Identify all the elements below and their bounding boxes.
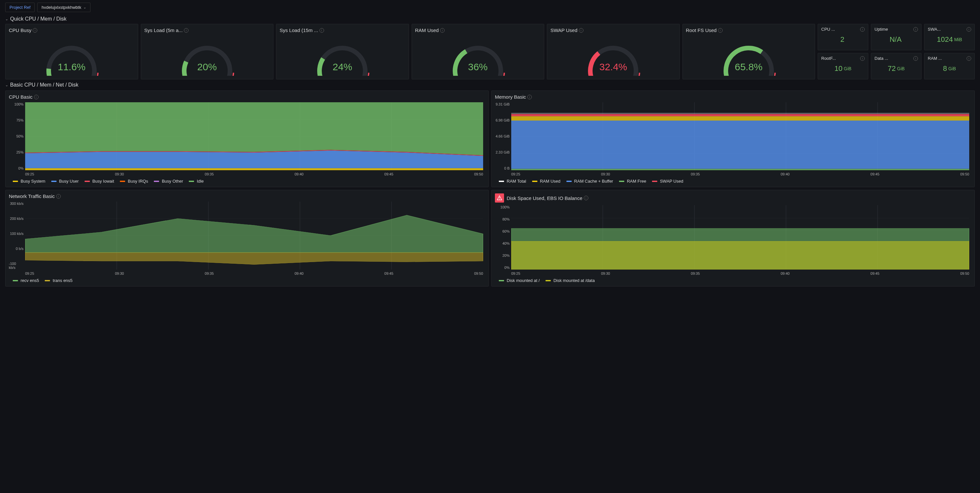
chart-legend: Busy SystemBusy UserBusy IowaitBusy IRQs…	[9, 179, 485, 184]
gauge-body: 65.8%	[686, 33, 812, 76]
gauge-value: 20%	[145, 61, 270, 73]
y-axis: 9.31 GiB6.98 GiB4.66 GiB2.33 GiB0 B	[495, 102, 510, 170]
gauge-ram-used[interactable]: RAM Used i 36%	[412, 24, 544, 80]
stat-value: 8 GiB	[928, 61, 971, 76]
gauge-body: 11.6%	[9, 33, 135, 76]
info-icon[interactable]: i	[913, 56, 918, 61]
stat-data-[interactable]: Data ... i 72 GiB	[871, 53, 921, 80]
info-icon[interactable]: i	[860, 27, 865, 32]
legend-item[interactable]: trans ens5	[45, 278, 73, 283]
panel-title: CPU Busy i	[9, 27, 135, 33]
panel-title: Sys Load (15m ... i	[280, 27, 406, 33]
legend-item[interactable]: Busy IRQs	[120, 179, 148, 184]
panel-title: Disk Space Used, EBS IO Balance i	[495, 193, 971, 202]
section-quick[interactable]: ⌄ Quick CPU / Mem / Disk	[5, 16, 975, 22]
section-basic[interactable]: ⌄ Basic CPU / Mem / Net / Disk	[5, 82, 975, 88]
gauge-body: 20%	[145, 33, 270, 76]
legend-item[interactable]: Busy Other	[154, 179, 183, 184]
legend-item[interactable]: Idle	[189, 179, 204, 184]
gauge-cpu-busy[interactable]: CPU Busy i 11.6%	[5, 24, 138, 80]
legend-item[interactable]: RAM Cache + Buffer	[566, 179, 613, 184]
info-icon[interactable]: i	[579, 28, 584, 33]
info-icon[interactable]: i	[56, 194, 61, 199]
gauge-value: 65.8%	[686, 61, 812, 73]
chart-plot[interactable]: 9.31 GiB6.98 GiB4.66 GiB2.33 GiB0 B 09:2…	[495, 102, 971, 176]
stat-ram-[interactable]: RAM ... i 8 GiB	[924, 53, 975, 80]
info-icon[interactable]: i	[860, 56, 865, 61]
stat-value: 10 GiB	[821, 61, 865, 76]
stat-cpu-[interactable]: CPU ... i 2	[818, 24, 868, 50]
project-ref-dropdown[interactable]: hvdelujxlxstpxkhwbtk ⌄	[37, 3, 90, 12]
legend-item[interactable]: RAM Total	[499, 179, 526, 184]
gauge-sys-load-15m-[interactable]: Sys Load (15m ... i 24%	[276, 24, 409, 80]
gauge-value: 36%	[415, 61, 541, 73]
panel-title: Network Traffic Basic i	[9, 193, 485, 199]
chart-network_basic[interactable]: Network Traffic Basic i 300 kb/s200 kb/s…	[5, 190, 489, 286]
chart-legend: Disk mounted at /Disk mounted at /data	[495, 278, 971, 283]
gauge-body: 24%	[280, 33, 406, 76]
legend-item[interactable]: RAM Free	[619, 179, 646, 184]
stat-title: RAM ...	[928, 56, 942, 61]
x-axis: 09:2509:3009:3509:4009:4509:50	[25, 272, 483, 275]
chart-cpu_basic[interactable]: CPU Basic i 100%75%50%25%0% 09:2509:3009…	[5, 91, 489, 187]
info-icon[interactable]: i	[967, 27, 971, 32]
section-quick-title: Quick CPU / Mem / Disk	[10, 16, 66, 22]
stat-value: 72 GiB	[875, 61, 918, 76]
stat-title: Data ...	[875, 56, 888, 61]
info-icon[interactable]: i	[527, 95, 532, 99]
svg-point-22	[499, 199, 500, 200]
alert-icon	[495, 193, 504, 202]
chart-plot[interactable]: 100%80%60%40%20%0% 09:2509:3009:3509:400…	[495, 205, 971, 275]
gauge-body: 32.4%	[550, 33, 676, 76]
x-axis: 09:2509:3009:3509:4009:4509:50	[511, 172, 969, 176]
legend-item[interactable]: Busy System	[13, 179, 45, 184]
section-basic-title: Basic CPU / Mem / Net / Disk	[10, 82, 78, 88]
legend-item[interactable]: Disk mounted at /data	[546, 278, 595, 283]
info-icon[interactable]: i	[913, 27, 918, 32]
stat-title: CPU ...	[821, 27, 835, 32]
gauge-root-fs-used[interactable]: Root FS Used i 65.8%	[682, 24, 815, 80]
project-ref-value: hvdelujxlxstpxkhwbtk	[41, 5, 81, 10]
stat-uptime[interactable]: Uptime i N/A	[871, 24, 921, 50]
chart-legend: RAM TotalRAM UsedRAM Cache + BufferRAM F…	[495, 179, 971, 184]
legend-item[interactable]: Disk mounted at /	[499, 278, 540, 283]
chart-memory_basic[interactable]: Memory Basic i 9.31 GiB6.98 GiB4.66 GiB2…	[491, 91, 975, 187]
legend-item[interactable]: recv ens5	[13, 278, 39, 283]
gauge-swap-used[interactable]: SWAP Used i 32.4%	[547, 24, 680, 80]
gauge-value: 11.6%	[9, 61, 135, 73]
chart-plot[interactable]: 100%75%50%25%0% 09:2509:3009:3509:4009:4…	[9, 102, 485, 176]
stat-value: 2	[821, 32, 865, 48]
stat-title: SWA...	[928, 27, 941, 32]
gauge-value: 24%	[280, 61, 406, 73]
info-icon[interactable]: i	[184, 28, 188, 33]
project-ref-label[interactable]: Project Ref	[5, 3, 35, 12]
info-icon[interactable]: i	[584, 196, 588, 200]
chart-legend: recv ens5trans ens5	[9, 278, 485, 283]
legend-item[interactable]: RAM Used	[532, 179, 560, 184]
gauge-value: 32.4%	[550, 61, 676, 73]
gauge-sys-load-5m-a-[interactable]: Sys Load (5m a... i 20%	[141, 24, 274, 80]
chart-plot[interactable]: 300 kb/s200 kb/s100 kb/s0 b/s-100 kb/s 0…	[9, 202, 485, 275]
legend-item[interactable]: Busy User	[51, 179, 79, 184]
info-icon[interactable]: i	[440, 28, 445, 33]
panel-title: Sys Load (5m a... i	[145, 27, 270, 33]
stat-swa-[interactable]: SWA... i 1024 MiB	[924, 24, 975, 50]
gauge-body: 36%	[415, 33, 541, 76]
stat-title: Uptime	[875, 27, 888, 32]
chevron-down-icon: ⌄	[5, 83, 8, 87]
y-axis: 300 kb/s200 kb/s100 kb/s0 b/s-100 kb/s	[9, 202, 24, 270]
y-axis: 100%80%60%40%20%0%	[495, 205, 510, 270]
chevron-down-icon: ⌄	[5, 17, 8, 21]
legend-item[interactable]: SWAP Used	[652, 179, 683, 184]
info-icon[interactable]: i	[33, 28, 37, 33]
y-axis: 100%75%50%25%0%	[9, 102, 24, 170]
info-icon[interactable]: i	[34, 95, 38, 99]
x-axis: 09:2509:3009:3509:4009:4509:50	[25, 172, 483, 176]
info-icon[interactable]: i	[967, 56, 971, 61]
panel-title: RAM Used i	[415, 27, 541, 33]
chart-disk_space[interactable]: Disk Space Used, EBS IO Balance i 100%80…	[491, 190, 975, 286]
legend-item[interactable]: Busy Iowait	[84, 179, 114, 184]
info-icon[interactable]: i	[718, 28, 722, 33]
info-icon[interactable]: i	[320, 28, 324, 33]
stat-rootf-[interactable]: RootF... i 10 GiB	[818, 53, 868, 80]
